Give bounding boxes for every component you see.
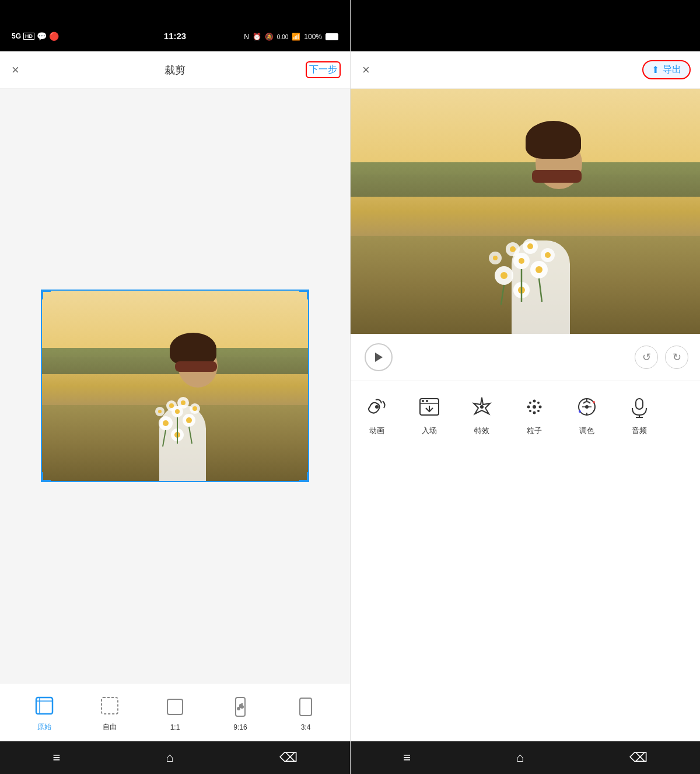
- crop-option-3-4[interactable]: 3:4: [293, 694, 318, 731]
- right-back-icon[interactable]: ⌫: [629, 750, 648, 765]
- svg-point-8: [163, 420, 169, 426]
- svg-line-46: [539, 278, 542, 302]
- svg-point-54: [533, 400, 536, 403]
- svg-point-41: [527, 243, 533, 249]
- tool-animation[interactable]: 动画: [351, 393, 403, 436]
- tool-color[interactable]: 调色: [561, 393, 613, 436]
- left-panel: 5G HD 💬 🔴 11:23 N ⏰ 🔕 0.00 📶 100% × 裁剪: [0, 0, 350, 774]
- network-speed: 0.00: [277, 34, 288, 40]
- crop-handle-tl[interactable]: [41, 290, 51, 299]
- left-menu-icon[interactable]: ≡: [52, 750, 60, 765]
- crop-frame: [41, 290, 309, 482]
- svg-point-61: [529, 402, 531, 404]
- svg-point-25: [237, 707, 240, 710]
- next-button[interactable]: 下一步: [309, 64, 337, 76]
- svg-rect-23: [167, 699, 183, 714]
- right-image-area: [351, 89, 700, 334]
- 9-16-label: 9:16: [233, 723, 247, 731]
- left-nav-bar: ≡ ⌂ ⌫: [0, 741, 350, 774]
- svg-point-36: [501, 272, 508, 279]
- 1-1-icon: [162, 694, 188, 720]
- right-header: × ⬆ 导出: [351, 51, 700, 89]
- left-image-area: [0, 89, 350, 683]
- svg-point-12: [158, 410, 162, 413]
- crop-options-bar: 原始 自由: [0, 683, 350, 741]
- tool-particle[interactable]: 粒子: [508, 393, 561, 436]
- notification-icon: N: [244, 33, 249, 41]
- svg-rect-27: [300, 698, 312, 716]
- crop-option-original[interactable]: 原始: [32, 693, 57, 732]
- svg-point-56: [533, 412, 536, 414]
- tools-row: 动画 入场: [351, 381, 700, 741]
- svg-point-65: [585, 405, 589, 409]
- battery-icon: [326, 33, 338, 40]
- right-home-icon[interactable]: ⌂: [516, 750, 524, 765]
- flowers-right: [484, 211, 559, 305]
- svg-line-16: [163, 430, 166, 447]
- svg-point-62: [533, 405, 536, 409]
- entrance-icon: [415, 393, 443, 421]
- left-status-bar: 5G HD 💬 🔴 11:23 N ⏰ 🔕 0.00 📶 100%: [0, 0, 350, 51]
- animation-icon: [363, 393, 391, 421]
- wifi-icon: 📶: [292, 33, 300, 41]
- alarm-icon: ⏰: [253, 33, 261, 41]
- svg-point-69: [579, 410, 581, 413]
- tool-audio[interactable]: 音频: [613, 393, 666, 436]
- free-label: 自由: [103, 722, 117, 732]
- left-bottom: 原始 自由: [0, 683, 350, 774]
- status-time: 11:23: [164, 31, 186, 41]
- redo-button[interactable]: ↻: [665, 346, 688, 369]
- svg-point-53: [480, 405, 484, 409]
- particle-label: 粒子: [527, 426, 542, 436]
- 9-16-icon: [228, 694, 253, 720]
- export-share-icon: ⬆: [652, 64, 659, 75]
- crop-handle-br[interactable]: [299, 472, 309, 482]
- left-title: 裁剪: [164, 63, 186, 77]
- left-back-icon[interactable]: ⌫: [279, 750, 298, 765]
- tool-effect[interactable]: 特效: [456, 393, 508, 436]
- left-close-button[interactable]: ×: [12, 62, 19, 78]
- export-button[interactable]: 导出: [663, 64, 681, 76]
- 3-4-icon: [293, 694, 318, 720]
- svg-point-59: [537, 410, 540, 412]
- crop-handle-bl[interactable]: [41, 472, 51, 482]
- crop-option-1-1[interactable]: 1:1: [162, 694, 188, 731]
- play-button[interactable]: [365, 343, 393, 371]
- svg-rect-70: [636, 399, 643, 409]
- right-controls: ↺ ↻: [351, 334, 700, 381]
- right-nav-bar: ≡ ⌂ ⌫: [351, 741, 700, 774]
- svg-point-51: [426, 400, 428, 402]
- flowers: [148, 376, 206, 447]
- right-status-bar: [351, 0, 700, 51]
- left-home-icon[interactable]: ⌂: [166, 750, 173, 765]
- right-close-button[interactable]: ×: [362, 62, 370, 78]
- photo-right: [351, 89, 700, 334]
- svg-point-42: [545, 252, 551, 258]
- export-btn-highlight: ⬆ 导出: [642, 60, 691, 79]
- audio-label: 音频: [632, 426, 647, 436]
- right-menu-icon[interactable]: ≡: [403, 750, 411, 765]
- 1-1-label: 1:1: [170, 723, 180, 731]
- svg-point-37: [519, 258, 524, 264]
- free-icon: [97, 693, 123, 719]
- svg-line-44: [501, 285, 504, 305]
- svg-point-10: [186, 417, 192, 423]
- svg-point-60: [529, 410, 531, 412]
- svg-point-14: [192, 406, 197, 411]
- undo-button[interactable]: ↺: [635, 346, 658, 369]
- crop-option-9-16[interactable]: 9:16: [228, 694, 253, 731]
- wechat-icon: 💬: [37, 32, 47, 41]
- mute-icon: 🔕: [265, 33, 274, 41]
- svg-rect-19: [36, 698, 52, 714]
- crop-handle-tr[interactable]: [299, 290, 309, 299]
- undo-redo-group: ↺ ↻: [635, 346, 688, 369]
- battery-label: 100%: [304, 33, 322, 41]
- original-icon: [32, 693, 57, 719]
- hd-badge: HD: [23, 33, 34, 40]
- crop-option-free[interactable]: 自由: [97, 693, 123, 732]
- 3-4-label: 3:4: [301, 723, 311, 731]
- tool-entrance[interactable]: 入场: [403, 393, 456, 436]
- original-label: 原始: [37, 722, 51, 732]
- svg-rect-22: [102, 698, 118, 714]
- app-container: 5G HD 💬 🔴 11:23 N ⏰ 🔕 0.00 📶 100% × 裁剪: [0, 0, 700, 774]
